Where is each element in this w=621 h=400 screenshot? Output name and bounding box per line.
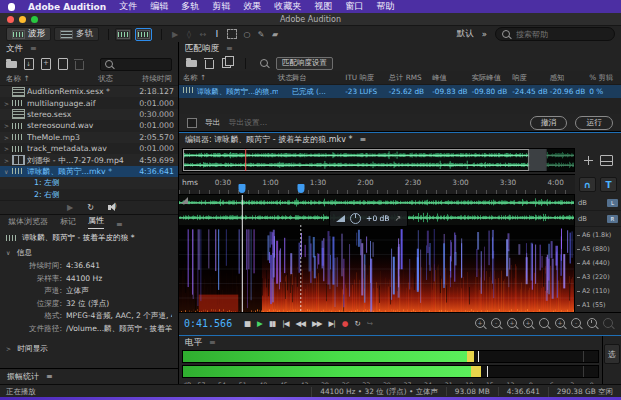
overview-waveform[interactable]	[183, 149, 574, 171]
spectral-frequency-display[interactable]	[179, 225, 574, 312]
loop-playback-button[interactable]: ↻	[354, 319, 359, 328]
zoom-in-left-edge-button[interactable]: +	[507, 318, 517, 328]
files-panel-title[interactable]: 文件	[6, 43, 23, 55]
move-playhead-button[interactable]: ↪	[367, 319, 372, 328]
export-file-icon[interactable]	[58, 58, 68, 70]
expander[interactable]: >	[4, 145, 12, 152]
match-loudness-title[interactable]: 匹配响度	[185, 43, 219, 55]
files-search-box[interactable]	[100, 58, 172, 71]
zoom-full-button[interactable]	[603, 318, 613, 328]
expander[interactable]: >	[4, 134, 12, 141]
col-itu-loudness[interactable]: ITU 响度	[345, 73, 388, 83]
column-name[interactable]: 名称 ↑	[6, 74, 98, 84]
level-meter[interactable]	[182, 365, 599, 378]
file-channel-row[interactable]: 2: 右侧	[0, 189, 178, 200]
skip-to-end-button[interactable]: ▶|	[329, 319, 335, 328]
timeline-ruler[interactable]: hms 0:301:001:302:002:303:003:304:00	[179, 174, 575, 195]
spot-healing-brush-tool[interactable]: ▰	[269, 30, 281, 39]
play-button[interactable]: ▶	[257, 319, 262, 328]
files-panel-menu-icon[interactable]: ≡	[30, 44, 37, 53]
editor-menu-icon[interactable]: ≡	[359, 135, 366, 144]
cue-marker[interactable]	[238, 184, 245, 193]
menu-help[interactable]: 帮助	[376, 0, 394, 13]
tab-media-browser[interactable]: 媒体浏览器	[8, 216, 48, 229]
slip-tool[interactable]: ↔	[197, 30, 209, 39]
help-search-input[interactable]	[514, 29, 608, 40]
col-perceived[interactable]: 感知	[550, 73, 590, 83]
col-peak[interactable]: 峰值	[432, 73, 472, 83]
info-section-header[interactable]: ∨ 信息	[6, 248, 172, 258]
left-channel-button[interactable]: L	[607, 199, 618, 207]
match-loudness-row[interactable]: 谭咏麟、顾芮宁...的狼.mkv * 已完成 (... -23 LUFS -25…	[179, 85, 621, 98]
match-loudness-settings-button[interactable]: 匹配响度设置	[276, 57, 333, 70]
menu-clip[interactable]: 剪辑	[212, 0, 230, 13]
time-selection-tool[interactable]: I	[211, 30, 223, 39]
file-row-selected[interactable]: ∨ 谭咏麟、顾芮宁...mkv * 4:36.641	[0, 166, 178, 177]
zoom-out-amplitude-button[interactable]: -	[571, 318, 581, 328]
menu-view[interactable]: 视图	[314, 0, 332, 13]
file-row[interactable]: > multilanguage.aif 0:01.000	[0, 97, 178, 108]
zoom-timer-button[interactable]	[587, 318, 597, 328]
col-loudness[interactable]: 响度	[512, 73, 550, 83]
file-row[interactable]: stereo.sesx 0:30.000	[0, 109, 178, 120]
run-button[interactable]: 运行	[575, 116, 613, 130]
zoom-in-amplitude-button[interactable]: +	[555, 318, 565, 328]
panel-layout-icon[interactable]	[600, 155, 613, 166]
apple-logo-icon[interactable]	[8, 3, 15, 11]
duplicate-icon[interactable]	[222, 58, 231, 68]
amplitude-statistics-menu-icon[interactable]: ≡	[46, 372, 53, 381]
file-row[interactable]: AuditionRemix.sesx * 2:18.127	[0, 86, 178, 97]
waveform-view-button[interactable]: 波形	[6, 27, 51, 41]
file-row[interactable]: > track_metadata.wav 0:01.000	[0, 143, 178, 154]
move-tool[interactable]: ▶	[169, 30, 181, 39]
file-row[interactable]: > 刘德华 - 中...7-27-09.mp4 4:59.699	[0, 154, 178, 165]
zoom-to-selection-button[interactable]	[539, 318, 549, 328]
tab-markers[interactable]: 标记	[60, 216, 76, 229]
levels-menu-icon[interactable]: ≡	[209, 338, 216, 347]
razor-tool[interactable]: ◊	[183, 30, 195, 39]
level-meters[interactable]	[179, 349, 602, 380]
level-meter[interactable]	[182, 350, 599, 363]
col-clip-pct[interactable]: % 剪辑	[589, 73, 617, 83]
right-channel-button[interactable]: R	[607, 215, 618, 223]
col-true-peak[interactable]: 实际峰值	[472, 73, 513, 83]
collapsed-panel-tab[interactable]: 选	[604, 344, 620, 364]
col-status[interactable]: 状态	[278, 73, 292, 83]
match-loudness-menu-icon[interactable]: ≡	[226, 44, 233, 53]
delete-file-icon[interactable]	[75, 61, 84, 70]
cancel-button[interactable]: 撤消	[530, 116, 568, 130]
file-row[interactable]: > TheMole.mp3 2:05.570	[0, 132, 178, 143]
menu-window[interactable]: 窗口	[345, 0, 363, 13]
rewind-button[interactable]: ◀◀	[295, 319, 305, 328]
lasso-selection-tool[interactable]: ○	[241, 30, 253, 39]
import-file-icon[interactable]	[24, 58, 34, 70]
zoom-in-right-edge-button[interactable]: +	[523, 318, 533, 328]
editor-options-icon[interactable]	[584, 156, 593, 165]
preview-loop-button[interactable]: ↻	[87, 203, 94, 212]
expander[interactable]: ∨	[4, 168, 12, 175]
overview-navigator[interactable]	[182, 148, 575, 172]
file-row[interactable]: > stereosound.wav 0:01.000	[0, 120, 178, 131]
expander[interactable]: >	[4, 157, 12, 164]
cue-marker[interactable]	[297, 184, 304, 193]
new-file-icon[interactable]	[41, 58, 51, 70]
menu-edit[interactable]: 编辑	[150, 0, 168, 13]
workspace-selector[interactable]: 默认	[457, 28, 474, 40]
show-spectral-toggle[interactable]	[135, 28, 152, 41]
pause-button[interactable]: ▮▮	[269, 319, 275, 328]
expander[interactable]: >	[4, 122, 12, 129]
zoom-out-time-button[interactable]: -	[491, 318, 501, 328]
amplitude-statistics-header[interactable]: 振幅统计 ≡	[0, 368, 178, 384]
fast-forward-button[interactable]: ▶▶	[312, 319, 322, 328]
workspace-overflow-chevron[interactable]: »	[482, 29, 487, 39]
expander[interactable]: >	[4, 100, 12, 107]
text-marker-button[interactable]: T	[600, 177, 617, 192]
gain-knob[interactable]	[350, 213, 361, 224]
headphones-button[interactable]: ∩	[579, 177, 596, 192]
multitrack-view-button[interactable]: 多轨	[54, 27, 99, 41]
waveform-spectral-display[interactable]: +0 dB ↗	[179, 195, 574, 312]
column-duration[interactable]: 持续时间	[128, 74, 172, 84]
menu-file[interactable]: 文件	[119, 0, 137, 13]
app-menu[interactable]: Adobe Audition	[28, 2, 106, 12]
zoom-in-time-button[interactable]: +	[475, 318, 485, 328]
